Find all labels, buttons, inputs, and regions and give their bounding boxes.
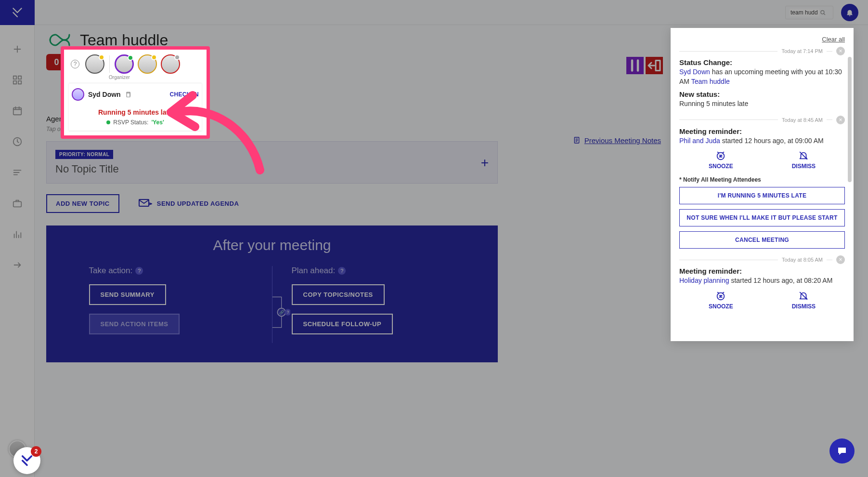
- notes-icon: [573, 136, 581, 145]
- svg-rect-14: [127, 93, 130, 97]
- status-dot-icon: [106, 120, 110, 124]
- cancel-meeting-button[interactable]: CANCEL MEETING: [679, 231, 845, 249]
- notification-item: Status Change: Syd Down has an upcoming …: [679, 58, 845, 109]
- late-status: Running 5 minutes late: [72, 108, 199, 116]
- arrow-right-icon[interactable]: [11, 258, 24, 272]
- search-field[interactable]: [785, 6, 833, 19]
- app-logo[interactable]: [0, 0, 35, 25]
- attendee-avatar[interactable]: [161, 54, 180, 74]
- meeting-link[interactable]: Holiday planning: [679, 277, 729, 284]
- schedule-followup-button[interactable]: SCHEDULE FOLLOW-UP: [292, 314, 393, 334]
- svg-rect-3: [18, 81, 21, 84]
- person-link[interactable]: Syd Down: [679, 68, 710, 76]
- plus-icon[interactable]: [11, 42, 24, 56]
- list-icon[interactable]: [11, 166, 24, 179]
- helper-badge: 2: [31, 446, 41, 457]
- search-input[interactable]: [790, 9, 819, 16]
- svg-point-7: [821, 10, 824, 13]
- dismiss-icon[interactable]: ×: [836, 116, 845, 124]
- topbar: [35, 0, 868, 25]
- help-icon[interactable]: ?: [71, 60, 79, 68]
- priority-tag: PRIORITY: NORMAL: [55, 150, 113, 159]
- snooze-button[interactable]: SNOOZE: [709, 291, 733, 310]
- take-action-label: Take action:?: [89, 266, 253, 276]
- meeting-link[interactable]: Team huddle: [691, 78, 730, 85]
- send-agenda-link[interactable]: SEND UPDATED AGENDA: [139, 199, 239, 209]
- dismiss-icon[interactable]: ×: [836, 47, 845, 55]
- notify-attendees-label: * Notify All Meeting Attendees: [679, 176, 845, 183]
- time-divider: Today at 7:14 PM: [781, 48, 823, 54]
- svg-text:?: ?: [286, 310, 289, 315]
- send-summary-button[interactable]: SEND SUMMARY: [89, 284, 166, 305]
- bars-icon[interactable]: [11, 227, 24, 241]
- attendee-avatar[interactable]: [138, 54, 157, 74]
- please-start-button[interactable]: NOT SURE WHEN I'LL MAKE IT BUT PLEASE ST…: [679, 209, 845, 226]
- clock-icon[interactable]: [11, 135, 24, 148]
- pause-button[interactable]: [626, 57, 644, 74]
- after-heading: After your meeting: [46, 237, 498, 253]
- time-divider: Today at 8:45 AM: [782, 117, 823, 123]
- grid-icon[interactable]: [11, 73, 24, 87]
- chat-fab[interactable]: [829, 438, 855, 464]
- send-action-items-button[interactable]: SEND ACTION ITEMS: [89, 314, 180, 334]
- sidebar: [0, 0, 35, 477]
- send-icon: [139, 199, 152, 209]
- previous-notes-link[interactable]: Previous Meeting Notes: [573, 136, 661, 145]
- add-topic-button[interactable]: ADD NEW TOPIC: [46, 194, 119, 213]
- dismiss-button[interactable]: DISMISS: [792, 291, 816, 310]
- attendee-popover: ? Organizer Syd Down CHECK IN Running 5 …: [61, 46, 210, 139]
- dismiss-icon[interactable]: ×: [836, 255, 845, 264]
- time-divider: Today at 8:05 AM: [782, 257, 823, 263]
- helper-fab[interactable]: 2: [13, 447, 40, 474]
- svg-rect-0: [13, 76, 16, 79]
- dismiss-button[interactable]: DISMISS: [792, 150, 816, 170]
- notifications-bell[interactable]: [841, 4, 858, 21]
- meeting-link[interactable]: Phil and Juda: [679, 137, 720, 145]
- help-icon[interactable]: ?: [338, 267, 346, 275]
- organizer-label: Organizer: [107, 75, 131, 80]
- checkin-link[interactable]: CHECK IN: [170, 91, 199, 98]
- copy-icon[interactable]: [125, 91, 131, 98]
- topic-title: No Topic Title: [55, 163, 489, 175]
- add-icon[interactable]: +: [481, 155, 489, 171]
- svg-rect-4: [13, 108, 21, 115]
- svg-rect-6: [13, 201, 21, 207]
- snooze-button[interactable]: SNOOZE: [709, 150, 733, 170]
- scrollbar[interactable]: [848, 57, 852, 182]
- attendee-name: Syd Down: [88, 91, 121, 98]
- search-icon: [819, 9, 826, 16]
- running-late-button[interactable]: I'M RUNNING 5 MINUTES LATE: [679, 187, 845, 204]
- help-icon[interactable]: ?: [135, 267, 143, 275]
- svg-rect-1: [18, 76, 21, 79]
- svg-rect-2: [13, 81, 16, 84]
- attendee-avatar-small: [72, 88, 84, 101]
- rsvp-status: RSVP Status: 'Yes': [72, 119, 199, 126]
- svg-text:🔗: 🔗: [279, 310, 284, 315]
- attendee-avatar[interactable]: [115, 54, 134, 74]
- notifications-panel: Clear all Today at 7:14 PM× Status Chang…: [671, 28, 854, 341]
- attendee-avatar[interactable]: [85, 54, 104, 74]
- connector-icon: 🔗?: [271, 288, 290, 336]
- end-button[interactable]: [646, 57, 663, 74]
- briefcase-icon[interactable]: [11, 197, 24, 210]
- after-meeting-panel: After your meeting Take action:? SEND SU…: [46, 225, 498, 362]
- notification-item: Meeting reminder: Phil and Juda started …: [679, 127, 845, 249]
- clear-all-link[interactable]: Clear all: [679, 36, 845, 43]
- plan-ahead-label: Plan ahead:?: [292, 266, 455, 276]
- calendar-icon[interactable]: [11, 104, 24, 118]
- copy-topics-button[interactable]: COPY TOPICS/NOTES: [292, 284, 385, 305]
- topic-card[interactable]: PRIORITY: NORMAL No Topic Title +: [46, 141, 498, 184]
- notification-item: Meeting reminder: Holiday planning start…: [679, 267, 845, 310]
